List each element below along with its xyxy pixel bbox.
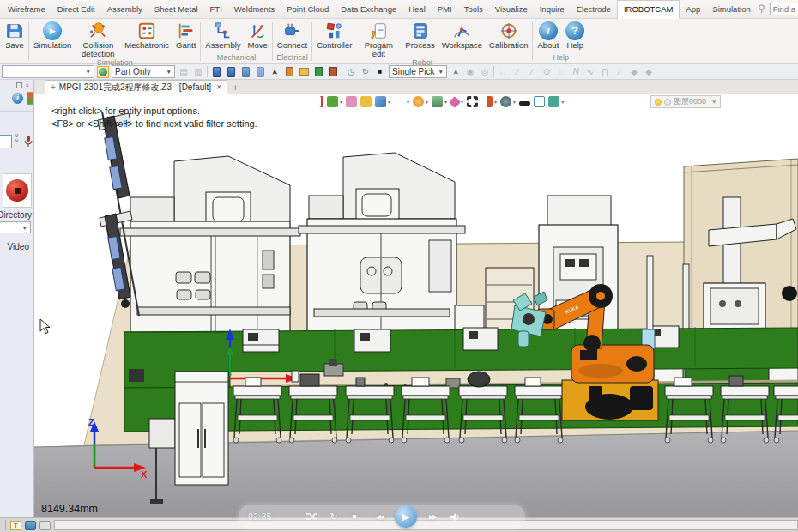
panel-text-input[interactable] [0, 135, 12, 148]
panel-partial-icon[interactable] [27, 92, 34, 105]
process-button[interactable]: Process [402, 20, 438, 50]
menu-tab-fti[interactable]: FTI [204, 1, 228, 18]
shuffle-icon[interactable] [305, 512, 317, 521]
filter-line-icon: ∕ [511, 66, 523, 78]
pin-icon[interactable] [757, 4, 766, 14]
simulation-button[interactable]: ▶ Simulation [30, 20, 75, 50]
rewind-button[interactable]: ◀◀ [371, 513, 388, 521]
compass-icon[interactable] [449, 95, 461, 107]
edge-display-icon[interactable] [519, 101, 530, 106]
workspace-button[interactable]: Workspace [438, 20, 486, 50]
microphone-icon[interactable] [24, 135, 33, 148]
render-wheel-icon[interactable] [413, 96, 424, 107]
move-button[interactable]: Move [245, 20, 271, 50]
document-tab-close-icon[interactable]: × [216, 82, 221, 92]
fast-forward-button[interactable]: ▶▶ [424, 513, 441, 521]
menu-tab-data-exchange[interactable]: Data Exchange [335, 1, 402, 18]
export-red-icon[interactable] [327, 66, 339, 78]
directory-dropdown[interactable]: ▼ [0, 221, 31, 233]
menu-tab-inquire[interactable]: Inquire [534, 1, 571, 18]
pick-mode-dropdown[interactable]: Single Pick▼ [389, 65, 447, 78]
exit-env-icon[interactable] [312, 96, 323, 107]
bookmark-1-icon[interactable] [210, 66, 222, 78]
gantt-button[interactable]: Gantt [172, 20, 199, 50]
menu-tab-weldments[interactable]: Weldments [228, 1, 281, 18]
stop-icon[interactable]: ■ [374, 66, 386, 78]
document-tab[interactable]: + MPGI-2301完成2程序修改.Z3 - [Default] × [45, 80, 227, 94]
pick-from-list-icon[interactable]: ◉ [464, 66, 476, 78]
program-edit-button[interactable]: Progam edit [355, 20, 402, 57]
folder-icon[interactable] [298, 66, 310, 78]
menu-tab-sheet-metal[interactable]: Sheet Metal [148, 1, 204, 18]
filter-toggle-icon[interactable]: T [10, 521, 21, 530]
about-button[interactable]: i About [534, 20, 562, 50]
wireframe-cube-icon[interactable] [394, 96, 405, 107]
3d-viewport[interactable]: ▾ ▾ ▾ ▾ ▾ ▾ ▾ ▾ ▾ [34, 94, 798, 517]
command-history-dropdown[interactable]: ▼ [2, 65, 94, 78]
menu-tab-tools[interactable]: Tools [458, 1, 489, 18]
menu-tab-assembly[interactable]: Assembly [101, 1, 148, 18]
new-tab-button[interactable]: + [233, 82, 238, 94]
menu-tab-electrode[interactable]: Electrode [571, 1, 617, 18]
bookmark-3-icon[interactable] [239, 66, 251, 78]
texture-icon[interactable] [432, 96, 443, 107]
save-button[interactable]: Save [2, 20, 27, 50]
shade-box-icon[interactable] [375, 96, 386, 107]
collision-detection-button[interactable]: Collision detection [75, 20, 121, 57]
record-stop-button[interactable] [3, 173, 32, 208]
cell-post[interactable] [647, 256, 653, 338]
background-icon[interactable] [534, 96, 545, 107]
calibration-button[interactable]: Calibration [486, 20, 531, 50]
menu-tab-heal[interactable]: Heal [402, 1, 432, 18]
command-search-input[interactable] [770, 3, 798, 15]
bookmark-2-icon[interactable] [225, 66, 237, 78]
link-view-icon[interactable]: ▤ [178, 66, 190, 78]
play-button[interactable]: ▶ [395, 505, 417, 528]
view-orient-icon[interactable] [327, 96, 338, 107]
viewport-3d-scene[interactable]: KUKA [34, 94, 798, 517]
menu-tab-wireframe[interactable]: Wireframe [2, 1, 51, 18]
menu-tab-visualize[interactable]: Visualize [489, 1, 534, 18]
layer-selector[interactable]: 图层0000 ▼ [650, 95, 721, 108]
display-toggle-icon[interactable] [25, 521, 36, 530]
section-view-icon[interactable] [481, 96, 493, 107]
menu-tab-simulation[interactable]: Simulation [706, 1, 756, 18]
loop-icon[interactable]: ↻ [328, 511, 340, 523]
machine-cnc-left[interactable] [120, 156, 300, 339]
pick-last-icon[interactable]: ◎ [479, 66, 491, 78]
bookmark-4-icon[interactable] [254, 66, 266, 78]
menu-tab-direct-edit[interactable]: Direct Edit [51, 1, 101, 18]
controller-button[interactable]: Controller [313, 20, 355, 50]
history-clock-icon[interactable]: ◷ [345, 66, 357, 78]
menu-tab-irobotcam[interactable]: IROBOTCAM [617, 0, 680, 19]
filter-shape-icon: ◆ [643, 66, 655, 78]
material-box-icon[interactable] [360, 96, 372, 107]
shadow-sphere-icon[interactable] [500, 96, 511, 107]
mechatronic-button[interactable]: Mechatronic [121, 20, 172, 50]
pick-cursor-icon[interactable]: ➤ [269, 66, 281, 78]
help-button[interactable]: ? Help [562, 20, 588, 50]
drag-hand-icon[interactable] [548, 96, 559, 107]
appearance-brush-icon[interactable] [346, 96, 357, 107]
chevron-expand-icon[interactable]: ∨∨ [15, 133, 19, 143]
filter-axis-icon: ∕ [614, 66, 626, 78]
machine-cnc-mid[interactable] [299, 153, 465, 339]
zoom-fit-icon[interactable] [467, 96, 478, 107]
export-green-icon[interactable] [312, 66, 324, 78]
assembly-button[interactable]: Assembly [202, 20, 244, 50]
menu-tab-app[interactable]: App [680, 1, 706, 18]
info-icon[interactable]: i [12, 93, 23, 104]
unlink-view-icon[interactable]: ▥ [192, 66, 204, 78]
panel-window-controls[interactable]: × [16, 82, 31, 89]
connect-button[interactable]: Connect [274, 20, 311, 50]
clipboard-icon[interactable] [283, 66, 295, 78]
stop-button[interactable]: ■ [348, 512, 360, 521]
scene-globe-icon[interactable] [97, 66, 109, 78]
menu-tab-point-cloud[interactable]: Point Cloud [281, 1, 335, 18]
select-cursor-icon[interactable]: ➤ [450, 66, 462, 78]
menu-tab-pmi[interactable]: PMI [432, 1, 458, 18]
filter-mode-dropdown[interactable]: Part Only▼ [112, 65, 175, 78]
volume-icon[interactable] [450, 512, 461, 522]
regen-icon[interactable]: ↻ [360, 66, 372, 78]
panel-toggle-icon[interactable] [39, 521, 51, 530]
